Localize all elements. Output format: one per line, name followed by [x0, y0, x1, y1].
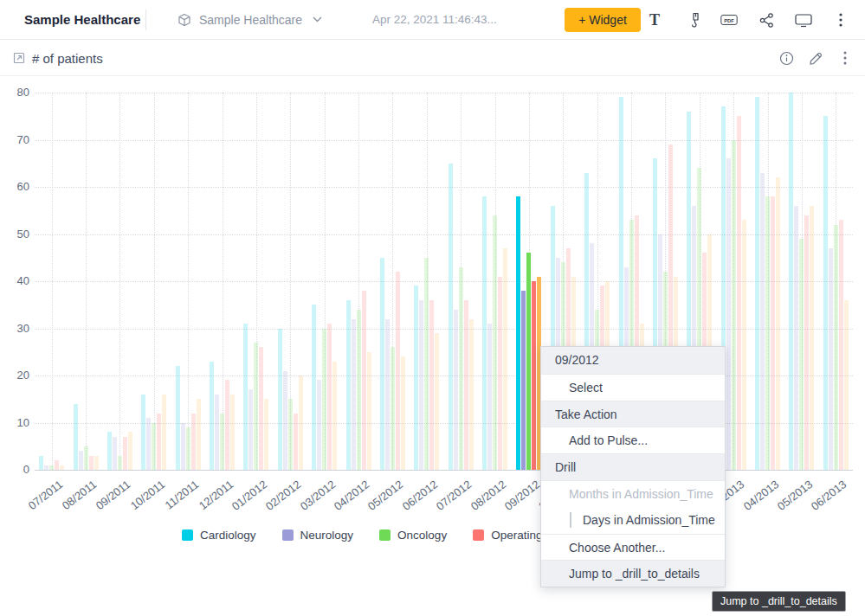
bar-group-02/2012[interactable] [274, 93, 307, 470]
bar-Oncology-06/2013[interactable] [834, 225, 838, 470]
bar-Operating-04/2012[interactable] [362, 291, 366, 470]
bar-Cardiology-07/2011[interactable] [39, 456, 43, 470]
bar-group-11/2011[interactable] [171, 93, 205, 470]
legend-item-cardiology[interactable]: Cardiology [182, 529, 256, 542]
bar-Neurology-03/2013[interactable] [726, 158, 731, 470]
bar-Neurology-01/2012[interactable] [249, 389, 253, 470]
bar-Oncology-11/2011[interactable] [186, 427, 190, 470]
bar-group-08/2012[interactable] [478, 93, 512, 470]
add-widget-button[interactable]: + Widget [565, 8, 641, 32]
bar-Neurology-05/2013[interactable] [794, 206, 798, 470]
bar-Oncology-03/2013[interactable] [732, 140, 736, 471]
bar-Oncology-03/2012[interactable] [322, 329, 326, 471]
datasource-selector[interactable]: Sample Healthcare [176, 11, 326, 29]
bar-series5-07/2012[interactable] [469, 319, 474, 470]
bar-series5-03/2013[interactable] [742, 220, 746, 470]
bar-series5-11/2011[interactable] [197, 399, 201, 470]
bar-Neurology-12/2011[interactable] [215, 395, 219, 470]
bar-group-06/2012[interactable] [410, 93, 443, 470]
bar-Cardiology-03/2012[interactable] [312, 305, 316, 470]
bar-group-03/2012[interactable] [307, 93, 341, 470]
bar-Operating-05/2012[interactable] [396, 272, 400, 470]
bar-group-06/2013[interactable] [819, 93, 853, 470]
bar-Operating-03/2012[interactable] [327, 324, 332, 470]
bar-Oncology-05/2012[interactable] [391, 347, 395, 470]
bar-Neurology-04/2013[interactable] [760, 173, 765, 470]
bar-Cardiology-05/2013[interactable] [789, 93, 793, 470]
bar-Operating-03/2013[interactable] [737, 116, 741, 470]
bar-group-05/2013[interactable] [784, 93, 818, 470]
bar-Operating-07/2012[interactable] [464, 300, 468, 470]
legend-item-operating[interactable]: Operating [473, 529, 542, 542]
bar-series5-08/2012[interactable] [503, 248, 507, 470]
bar-Neurology-06/2013[interactable] [829, 248, 833, 470]
bar-Cardiology-11/2011[interactable] [176, 366, 180, 470]
bar-Cardiology-05/2012[interactable] [380, 258, 384, 470]
context-menu-item-days-in-admission-time[interactable]: Days in Admission_Time [541, 507, 725, 534]
bar-Cardiology-06/2012[interactable] [414, 286, 418, 470]
bar-series5-05/2013[interactable] [810, 206, 814, 470]
context-menu-item-add-to-pulse[interactable]: Add to Pulse... [541, 427, 725, 453]
bar-series5-01/2012[interactable] [264, 399, 268, 470]
bar-Neurology-04/2012[interactable] [352, 319, 356, 470]
bar-Operating-02/2012[interactable] [294, 414, 298, 470]
bar-Cardiology-06/2013[interactable] [823, 116, 828, 470]
bar-Cardiology-07/2012[interactable] [449, 164, 453, 470]
info-icon[interactable] [778, 50, 794, 66]
bar-Neurology-10/2011[interactable] [146, 418, 151, 470]
bar-Operating-09/2012[interactable] [532, 281, 536, 470]
bar-Neurology-08/2011[interactable] [79, 451, 83, 470]
bar-series5-08/2011[interactable] [94, 456, 99, 470]
bar-Cardiology-08/2011[interactable] [74, 404, 78, 470]
bar-Operating-10/2011[interactable] [157, 414, 161, 470]
bar-Operating-01/2012[interactable] [259, 347, 263, 470]
context-menu-item-select[interactable]: Select [541, 374, 725, 401]
bar-Oncology-02/2012[interactable] [288, 399, 293, 470]
bar-Cardiology-08/2012[interactable] [482, 196, 487, 470]
bar-Neurology-06/2012[interactable] [419, 300, 423, 470]
bar-Neurology-07/2012[interactable] [454, 310, 458, 470]
legend-item-neurology[interactable]: Neurology [282, 529, 354, 542]
bar-Cardiology-04/2012[interactable] [346, 300, 351, 470]
bar-group-09/2011[interactable] [103, 93, 137, 470]
edit-pencil-icon[interactable] [808, 50, 823, 66]
bar-Oncology-08/2011[interactable] [84, 446, 88, 470]
bar-series5-04/2013[interactable] [776, 177, 780, 470]
bar-Oncology-08/2012[interactable] [493, 215, 497, 470]
bar-series5-04/2012[interactable] [367, 352, 371, 470]
bar-Cardiology-02/2012[interactable] [278, 329, 282, 471]
bar-Neurology-02/2012[interactable] [283, 371, 287, 470]
bar-Oncology-09/2011[interactable] [118, 456, 122, 470]
bar-Oncology-05/2013[interactable] [799, 239, 804, 470]
bar-series5-12/2011[interactable] [230, 395, 235, 470]
jump-to-dashboard-icon[interactable] [12, 51, 26, 65]
bar-series5-09/2011[interactable] [128, 432, 132, 470]
bar-Cardiology-10/2011[interactable] [141, 395, 145, 470]
bar-Oncology-07/2012[interactable] [459, 267, 463, 470]
bar-series5-03/2012[interactable] [332, 362, 337, 470]
bar-Oncology-09/2012[interactable] [526, 253, 531, 470]
bar-group-08/2011[interactable] [68, 93, 102, 470]
bar-series5-02/2012[interactable] [299, 375, 303, 470]
bar-Neurology-09/2011[interactable] [113, 437, 117, 470]
bar-series5-05/2012[interactable] [401, 356, 405, 470]
context-menu-item-jump-to-drill-to-details[interactable]: Jump to _drill_to_details [541, 560, 725, 587]
bar-Neurology-08/2012[interactable] [487, 324, 492, 470]
bar-Operating-05/2013[interactable] [804, 215, 809, 470]
bar-Neurology-07/2011[interactable] [44, 465, 48, 470]
bar-group-10/2011[interactable] [137, 93, 171, 470]
bar-group-07/2011[interactable] [35, 93, 68, 470]
share-icon[interactable] [758, 11, 775, 29]
bar-Neurology-11/2011[interactable] [181, 423, 185, 471]
bar-group-04/2013[interactable] [751, 93, 784, 470]
bar-Operating-08/2011[interactable] [89, 456, 94, 470]
bar-group-12/2011[interactable] [205, 93, 239, 470]
tv-mode-icon[interactable] [795, 11, 812, 29]
bar-Oncology-04/2013[interactable] [765, 196, 770, 470]
bar-Oncology-06/2012[interactable] [424, 258, 429, 470]
bar-Operating-04/2013[interactable] [771, 196, 775, 470]
bar-Operating-07/2011[interactable] [55, 460, 59, 470]
widget-menu-kebab-icon[interactable] [837, 50, 853, 66]
bar-Neurology-03/2012[interactable] [317, 380, 321, 470]
bar-Cardiology-04/2013[interactable] [755, 97, 759, 470]
